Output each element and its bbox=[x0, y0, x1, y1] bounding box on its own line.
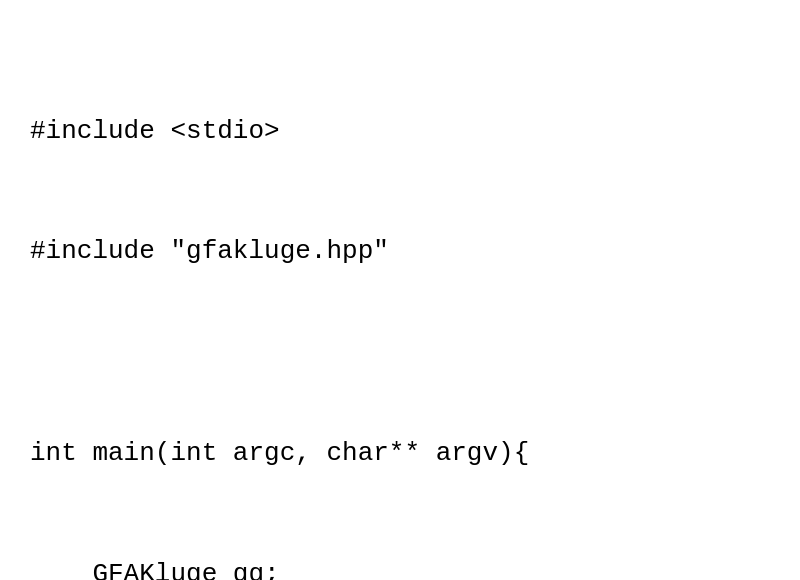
code-block: #include <stdio> #include "gfakluge.hpp"… bbox=[0, 0, 800, 580]
code-line-4: int main(int argc, char** argv){ bbox=[30, 433, 770, 473]
code-line-5: GFAKluge gg; bbox=[30, 554, 770, 580]
code-line-2: #include "gfakluge.hpp" bbox=[30, 231, 770, 271]
code-line-1: #include <stdio> bbox=[30, 111, 770, 151]
